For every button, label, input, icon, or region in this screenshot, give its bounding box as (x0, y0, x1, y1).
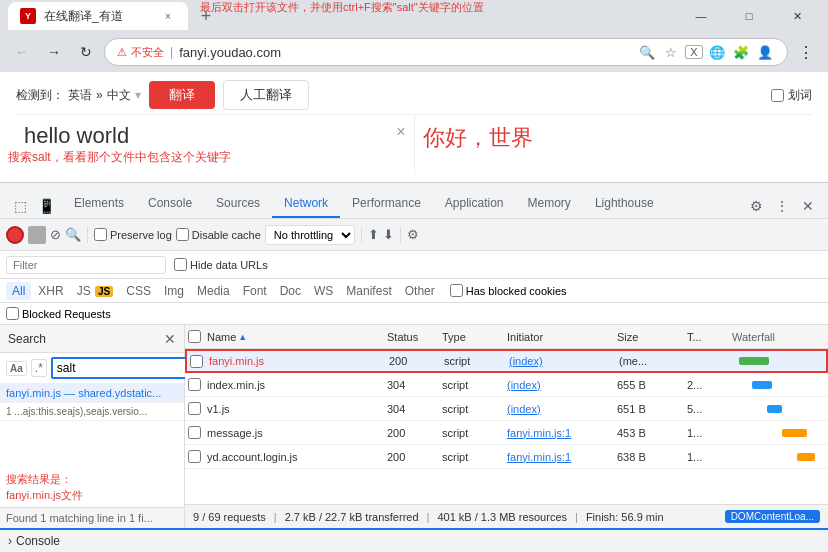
blocked-cookies-check[interactable]: Has blocked cookies (450, 284, 567, 297)
vocab-checkbox[interactable]: 划词 (771, 87, 812, 104)
toolbar-settings-icon[interactable]: ⚙ (407, 227, 419, 242)
type-manifest[interactable]: Manifest (340, 282, 397, 300)
devtools-menu-icon[interactable]: ⋮ (770, 194, 794, 218)
table-row[interactable]: v1.js 304 script (index) 651 B 5... (185, 397, 828, 421)
type-all[interactable]: All (6, 282, 31, 300)
translate-icon[interactable]: 🌐 (707, 42, 727, 62)
type-img[interactable]: Img (158, 282, 190, 300)
table-row[interactable]: index.min.js 304 script (index) 655 B 2.… (185, 373, 828, 397)
active-tab[interactable]: Y 在线翻译_有道 × (8, 2, 188, 30)
device-toolbar-icon[interactable]: 📱 (34, 194, 58, 218)
back-button[interactable]: ← (8, 38, 36, 66)
tab-console[interactable]: Console (136, 190, 204, 218)
type-ws[interactable]: WS (308, 282, 339, 300)
disable-cache-input[interactable] (176, 228, 189, 241)
select-all-checkbox[interactable] (188, 330, 201, 343)
header-type[interactable]: Type (438, 331, 503, 343)
preserve-log-input[interactable] (94, 228, 107, 241)
header-name[interactable]: Name ▲ (203, 331, 383, 343)
account-icon[interactable]: 👤 (755, 42, 775, 62)
header-status[interactable]: Status (383, 331, 438, 343)
preserve-log-checkbox[interactable]: Preserve log (94, 228, 172, 241)
upload-icon[interactable]: ⬆ (368, 227, 379, 242)
url-bar[interactable]: ⚠ 不安全 | fanyi.youdao.com 🔍 ☆ X 🌐 🧩 👤 (104, 38, 788, 66)
refresh-button[interactable]: ↻ (72, 38, 100, 66)
download-icon[interactable]: ⬇ (383, 227, 394, 242)
tab-application[interactable]: Application (433, 190, 516, 218)
row-initiator[interactable]: (index) (503, 403, 613, 415)
row-checkbox[interactable] (185, 378, 203, 391)
domcontent-badge[interactable]: DOMContentLoa... (725, 510, 820, 523)
row-checkbox[interactable] (185, 450, 203, 463)
header-initiator[interactable]: Initiator (503, 331, 613, 343)
forward-button[interactable]: → (40, 38, 68, 66)
hide-data-urls-checkbox[interactable]: Hide data URLs (174, 258, 268, 271)
row-initiator[interactable]: (index) (505, 355, 615, 367)
network-toolbar: ⊘ 🔍 Preserve log Disable cache No thrott… (0, 219, 828, 251)
close-devtools-icon[interactable]: ✕ (796, 194, 820, 218)
filter-input[interactable] (6, 256, 166, 274)
inspect-element-icon[interactable]: ⬚ (8, 194, 32, 218)
search-network-icon[interactable]: 🔍 (65, 227, 81, 242)
row-checkbox[interactable] (185, 426, 203, 439)
table-row[interactable]: fanyi.min.js 200 script (index) (me... (185, 349, 828, 373)
row-checkbox[interactable] (185, 402, 203, 415)
blocked-requests-input[interactable] (6, 307, 19, 320)
tab-memory[interactable]: Memory (516, 190, 583, 218)
human-translate-button[interactable]: 人工翻译 (223, 80, 309, 110)
vocab-checkbox-input[interactable] (771, 89, 784, 102)
match-case-button[interactable]: Aa (6, 361, 27, 376)
tab-network[interactable]: Network (272, 190, 340, 218)
table-row[interactable]: message.js 200 script fanyi.min.js:1 453… (185, 421, 828, 445)
filter-icon[interactable]: ⊘ (50, 227, 61, 242)
header-waterfall[interactable]: Waterfall (728, 331, 828, 343)
blocked-cookies-input[interactable] (450, 284, 463, 297)
translate-button[interactable]: 翻译 (149, 81, 215, 109)
blocked-requests-check[interactable]: Blocked Requests (6, 307, 111, 320)
tab-close-button[interactable]: × (160, 8, 176, 24)
minimize-button[interactable]: — (678, 2, 724, 30)
search-close-button[interactable]: ✕ (164, 331, 176, 347)
input-area[interactable]: hello world × (16, 115, 415, 174)
throttle-select[interactable]: No throttling (265, 225, 355, 245)
disable-cache-checkbox[interactable]: Disable cache (176, 228, 261, 241)
type-css[interactable]: CSS (120, 282, 157, 300)
row-initiator[interactable]: fanyi.min.js:1 (503, 451, 613, 463)
table-row[interactable]: yd.account.login.js 200 script fanyi.min… (185, 445, 828, 469)
tab-sources[interactable]: Sources (204, 190, 272, 218)
hide-data-input[interactable] (174, 258, 187, 271)
tab-elements[interactable]: Elements (62, 190, 136, 218)
row-initiator[interactable]: fanyi.min.js:1 (503, 427, 613, 439)
type-other[interactable]: Other (399, 282, 441, 300)
search-url-icon[interactable]: 🔍 (637, 42, 657, 62)
resources-size: 401 kB / 1.3 MB resources (437, 511, 567, 523)
settings-icon[interactable]: ⚙ (744, 194, 768, 218)
type-doc[interactable]: Doc (274, 282, 307, 300)
type-xhr[interactable]: XHR (32, 282, 69, 300)
regex-button[interactable]: .* (31, 359, 47, 377)
finish-time: Finish: 56.9 min (586, 511, 664, 523)
header-size[interactable]: Size (613, 331, 683, 343)
new-tab-button[interactable]: + (192, 2, 220, 30)
puzzle-icon[interactable]: 🧩 (731, 42, 751, 62)
record-button[interactable] (6, 226, 24, 244)
search-result-item[interactable]: fanyi.min.js — shared.ydstatic... (0, 384, 184, 403)
type-js[interactable]: JS JS (71, 282, 120, 300)
console-chevron-icon: › (8, 534, 12, 548)
clear-input-button[interactable]: × (396, 123, 405, 141)
tab-performance[interactable]: Performance (340, 190, 433, 218)
maximize-button[interactable]: □ (726, 2, 772, 30)
tab-lighthouse[interactable]: Lighthouse (583, 190, 666, 218)
console-bar[interactable]: › Console (0, 528, 828, 552)
row-checkbox[interactable] (187, 355, 205, 368)
chrome-menu-button[interactable]: ⋮ (792, 38, 820, 66)
row-initiator[interactable]: (index) (503, 379, 613, 391)
stop-button[interactable] (28, 226, 46, 244)
x-icon[interactable]: X (685, 45, 703, 59)
type-media[interactable]: Media (191, 282, 236, 300)
close-button[interactable]: ✕ (774, 2, 820, 30)
bookmark-star-icon[interactable]: ☆ (661, 42, 681, 62)
search-result-detail[interactable]: 1 ...ajs:this.seajs),seajs.versio... (0, 403, 184, 421)
type-font[interactable]: Font (237, 282, 273, 300)
header-time[interactable]: T... (683, 331, 728, 343)
